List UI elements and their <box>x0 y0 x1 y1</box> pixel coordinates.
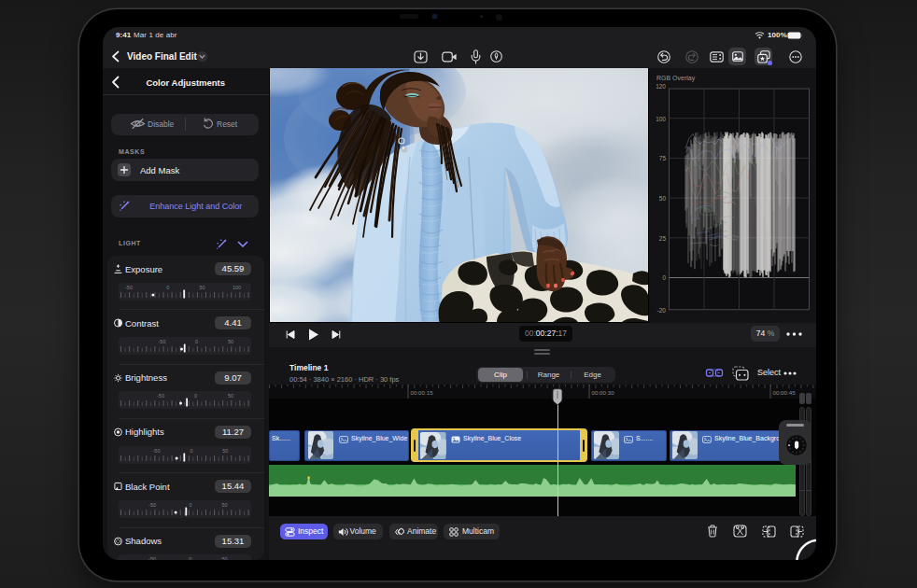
svg-text:00:00:15: 00:00:15 <box>410 389 433 396</box>
svg-text:00:00:45: 00:00:45 <box>772 389 796 396</box>
svg-text:00:00:30: 00:00:30 <box>591 389 614 396</box>
